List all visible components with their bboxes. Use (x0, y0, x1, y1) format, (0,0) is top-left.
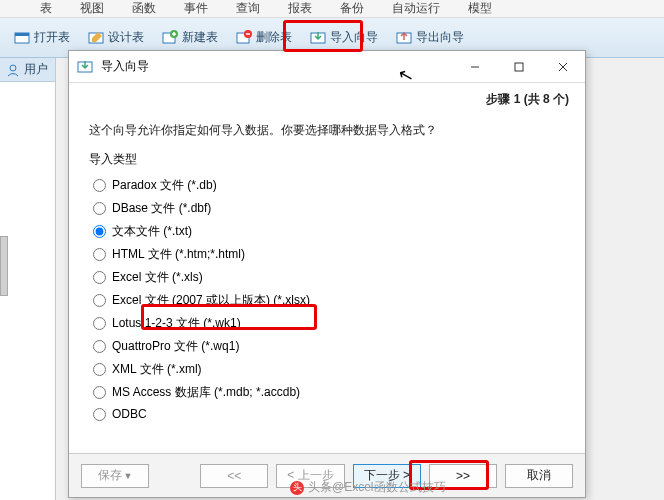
radio-xml[interactable]: XML 文件 (*.xml) (89, 358, 565, 381)
minimize-icon (470, 62, 480, 72)
menu-item[interactable]: 报表 (274, 0, 326, 17)
export-icon (396, 30, 412, 46)
menubar: 表 视图 函数 事件 查询 报表 备份 自动运行 模型 (0, 0, 664, 18)
import-icon (310, 30, 326, 46)
minimize-button[interactable] (453, 52, 497, 82)
new-table-button[interactable]: 新建表 (154, 25, 226, 50)
menu-item[interactable]: 视图 (66, 0, 118, 17)
svg-point-9 (10, 65, 16, 71)
radio-text[interactable]: 文本文件 (*.txt) (89, 220, 565, 243)
chevron-down-icon: ▼ (124, 471, 133, 481)
step-indicator: 步骤 1 (共 8 个) (69, 83, 585, 108)
close-icon (558, 62, 568, 72)
maximize-button[interactable] (497, 52, 541, 82)
cancel-button[interactable]: 取消 (505, 464, 573, 488)
side-collapsed-tab[interactable] (0, 236, 8, 296)
radio-quattropro[interactable]: QuattroPro 文件 (*.wq1) (89, 335, 565, 358)
group-label: 导入类型 (89, 151, 565, 168)
menu-item[interactable]: 事件 (170, 0, 222, 17)
svg-rect-1 (15, 33, 29, 36)
design-table-button[interactable]: 设计表 (80, 25, 152, 50)
radio-access[interactable]: MS Access 数据库 (*.mdb; *.accdb) (89, 381, 565, 404)
dialog-title: 导入向导 (101, 58, 453, 75)
radio-paradox[interactable]: Paradox 文件 (*.db) (89, 174, 565, 197)
menu-item[interactable]: 模型 (454, 0, 506, 17)
svg-rect-11 (515, 63, 523, 71)
table-new-icon (162, 30, 178, 46)
table-delete-icon (236, 30, 252, 46)
radio-dbase[interactable]: DBase 文件 (*.dbf) (89, 197, 565, 220)
table-design-icon (88, 30, 104, 46)
open-table-button[interactable]: 打开表 (6, 25, 78, 50)
import-wizard-dialog: 导入向导 步骤 1 (共 8 个) 这个向导允许你指定如何导入数据。你要选择哪种… (68, 50, 586, 498)
radio-excel-xls[interactable]: Excel 文件 (*.xls) (89, 266, 565, 289)
wizard-prompt: 这个向导允许你指定如何导入数据。你要选择哪种数据导入格式？ (69, 108, 585, 145)
menu-item[interactable]: 查询 (222, 0, 274, 17)
user-icon (6, 63, 20, 77)
radio-html[interactable]: HTML 文件 (*.htm;*.html) (89, 243, 565, 266)
import-type-group: 导入类型 Paradox 文件 (*.db) DBase 文件 (*.dbf) … (69, 145, 585, 430)
table-open-icon (14, 30, 30, 46)
menu-item[interactable]: 函数 (118, 0, 170, 17)
radio-lotus[interactable]: Lotus 1-2-3 文件 (*.wk1) (89, 312, 565, 335)
side-tab-user[interactable]: 用户 (0, 58, 55, 82)
close-button[interactable] (541, 52, 585, 82)
menu-item[interactable]: 表 (26, 0, 66, 17)
export-wizard-button[interactable]: 导出向导 (388, 25, 472, 50)
first-button[interactable]: << (200, 464, 268, 488)
save-button[interactable]: 保存▼ (81, 464, 149, 488)
delete-table-button[interactable]: 删除表 (228, 25, 300, 50)
menu-item[interactable]: 自动运行 (378, 0, 454, 17)
titlebar: 导入向导 (69, 51, 585, 83)
radio-odbc[interactable]: ODBC (89, 404, 565, 424)
maximize-icon (514, 62, 524, 72)
wizard-icon (77, 59, 93, 75)
watermark-icon: 头 (290, 481, 304, 495)
side-panel: 用户 (0, 58, 56, 500)
watermark: 头 头条@Excel函数公式技巧 (290, 479, 446, 496)
import-wizard-button[interactable]: 导入向导 (302, 25, 386, 50)
radio-excel-xlsx[interactable]: Excel 文件 (2007 或以上版本) (*.xlsx) (89, 289, 565, 312)
menu-item[interactable]: 备份 (326, 0, 378, 17)
